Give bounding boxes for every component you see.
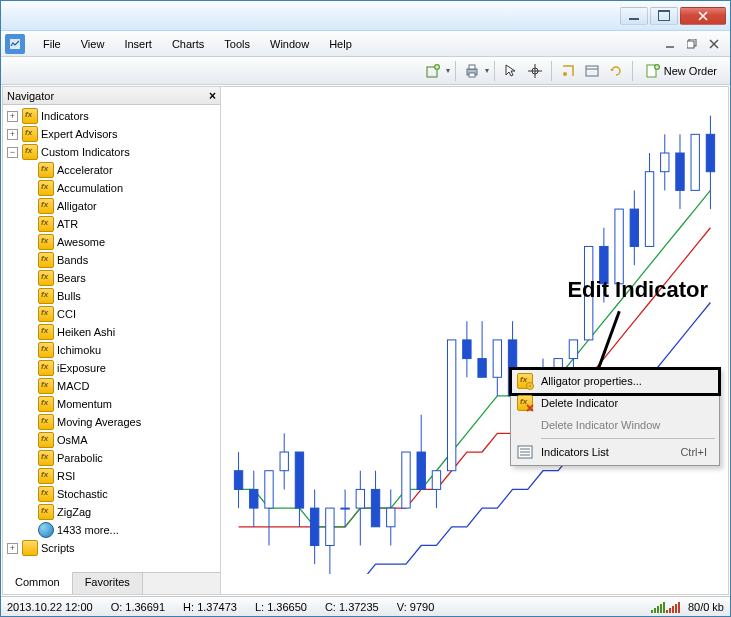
tree-item-accumulation[interactable]: Accumulation bbox=[3, 179, 220, 197]
tree-more-link[interactable]: 1433 more... bbox=[3, 521, 220, 539]
tree-node-icon bbox=[38, 198, 54, 214]
ctx-delete-indicator[interactable]: Delete Indicator bbox=[513, 392, 717, 414]
close-icon bbox=[698, 11, 708, 21]
dropdown-arrow-icon[interactable]: ▾ bbox=[485, 66, 489, 75]
navigator-tree[interactable]: +Indicators+Expert Advisors−Custom Indic… bbox=[3, 105, 220, 572]
tree-item-macd[interactable]: MACD bbox=[3, 377, 220, 395]
menu-view[interactable]: View bbox=[71, 34, 115, 54]
tree-node-label: CCI bbox=[57, 308, 76, 320]
status-low: L: 1.36650 bbox=[255, 601, 307, 613]
tree-expand-icon[interactable]: + bbox=[7, 111, 18, 122]
svg-rect-34 bbox=[356, 489, 364, 508]
mdi-restore-button[interactable] bbox=[684, 37, 700, 51]
ctx-properties[interactable]: Alligator properties... bbox=[513, 370, 717, 392]
ctx-indicators-list[interactable]: Indicators List Ctrl+I bbox=[513, 441, 717, 463]
tree-node-icon bbox=[38, 324, 54, 340]
tree-scripts[interactable]: +Scripts bbox=[3, 539, 220, 557]
tree-node-label: Bands bbox=[57, 254, 88, 266]
menu-charts[interactable]: Charts bbox=[162, 34, 214, 54]
svg-rect-28 bbox=[310, 508, 318, 545]
toolbar-object-button[interactable] bbox=[557, 60, 579, 82]
tree-node-icon bbox=[38, 378, 54, 394]
tree-item-heiken-ashi[interactable]: Heiken Ashi bbox=[3, 323, 220, 341]
svg-rect-24 bbox=[280, 452, 288, 471]
toolbar-cursor-button[interactable] bbox=[500, 60, 522, 82]
menu-window[interactable]: Window bbox=[260, 34, 319, 54]
mdi-close-button[interactable] bbox=[706, 37, 722, 51]
menu-file[interactable]: File bbox=[33, 34, 71, 54]
tree-node-icon bbox=[38, 522, 54, 538]
svg-rect-20 bbox=[250, 489, 258, 508]
window-maximize-button[interactable] bbox=[650, 7, 678, 25]
tree-item-atr[interactable]: ATR bbox=[3, 215, 220, 233]
svg-rect-72 bbox=[645, 172, 653, 247]
indicator-icon bbox=[517, 373, 533, 389]
svg-point-12 bbox=[563, 72, 567, 76]
toolbar-new-chart-button[interactable] bbox=[422, 60, 444, 82]
svg-rect-40 bbox=[402, 452, 410, 508]
tree-item-iexposure[interactable]: iExposure bbox=[3, 359, 220, 377]
tree-node-icon bbox=[38, 504, 54, 520]
tab-common[interactable]: Common bbox=[3, 572, 73, 594]
tree-item-accelerator[interactable]: Accelerator bbox=[3, 161, 220, 179]
tree-node-label: iExposure bbox=[57, 362, 106, 374]
tree-item-awesome[interactable]: Awesome bbox=[3, 233, 220, 251]
tree-item-ichimoku[interactable]: Ichimoku bbox=[3, 341, 220, 359]
status-high: H: 1.37473 bbox=[183, 601, 237, 613]
new-order-icon bbox=[645, 63, 661, 79]
tree-node-icon bbox=[38, 180, 54, 196]
toolbar-refresh-button[interactable] bbox=[605, 60, 627, 82]
tree-node-label: Custom Indicators bbox=[41, 146, 130, 158]
menu-tools[interactable]: Tools bbox=[214, 34, 260, 54]
window-close-button[interactable] bbox=[680, 7, 726, 25]
navigator-close-button[interactable]: × bbox=[209, 89, 216, 103]
tree-item-bears[interactable]: Bears bbox=[3, 269, 220, 287]
tree-item-cci[interactable]: CCI bbox=[3, 305, 220, 323]
tree-item-bands[interactable]: Bands bbox=[3, 251, 220, 269]
status-close: C: 1.37235 bbox=[325, 601, 379, 613]
tab-favorites[interactable]: Favorites bbox=[73, 573, 143, 594]
tree-item-bulls[interactable]: Bulls bbox=[3, 287, 220, 305]
ctx-list-label: Indicators List bbox=[541, 446, 609, 458]
tree-node-icon bbox=[22, 144, 38, 160]
tree-item-moving-averages[interactable]: Moving Averages bbox=[3, 413, 220, 431]
chart-canvas bbox=[221, 87, 728, 574]
svg-rect-0 bbox=[10, 39, 20, 49]
mdi-minimize-button[interactable] bbox=[662, 37, 678, 51]
tree-expand-icon[interactable]: − bbox=[7, 147, 18, 158]
toolbar-print-button[interactable] bbox=[461, 60, 483, 82]
status-volume: V: 9790 bbox=[397, 601, 435, 613]
menu-insert[interactable]: Insert bbox=[114, 34, 162, 54]
tree-item-stochastic[interactable]: Stochastic bbox=[3, 485, 220, 503]
tree-node-label: Parabolic bbox=[57, 452, 103, 464]
tree-node-label: Heiken Ashi bbox=[57, 326, 115, 338]
menu-help[interactable]: Help bbox=[319, 34, 362, 54]
chart-area[interactable]: Edit Indicator Alligator properties... D… bbox=[221, 87, 728, 594]
tree-custom-indicators[interactable]: −Custom Indicators bbox=[3, 143, 220, 161]
toolbar-window-button[interactable] bbox=[581, 60, 603, 82]
toolbar-crosshair-button[interactable] bbox=[524, 60, 546, 82]
tree-item-zigzag[interactable]: ZigZag bbox=[3, 503, 220, 521]
tree-expand-icon[interactable]: + bbox=[7, 543, 18, 554]
tree-node-icon bbox=[38, 450, 54, 466]
tree-node-label: Ichimoku bbox=[57, 344, 101, 356]
dropdown-arrow-icon[interactable]: ▾ bbox=[446, 66, 450, 75]
tree-node-icon bbox=[22, 540, 38, 556]
tree-item-parabolic[interactable]: Parabolic bbox=[3, 449, 220, 467]
tree-node-icon bbox=[38, 234, 54, 250]
new-order-button[interactable]: New Order bbox=[638, 60, 724, 82]
tree-item-momentum[interactable]: Momentum bbox=[3, 395, 220, 413]
tree-item-rsi[interactable]: RSI bbox=[3, 467, 220, 485]
window-minimize-button[interactable] bbox=[620, 7, 648, 25]
connection-indicator bbox=[651, 601, 680, 613]
tree-item-alligator[interactable]: Alligator bbox=[3, 197, 220, 215]
tree-expand-icon[interactable]: + bbox=[7, 129, 18, 140]
toolbar-separator bbox=[494, 61, 495, 81]
tree-item-osma[interactable]: OsMA bbox=[3, 431, 220, 449]
tree-expert-advisors[interactable]: +Expert Advisors bbox=[3, 125, 220, 143]
tree-node-icon bbox=[38, 216, 54, 232]
tree-node-icon bbox=[22, 108, 38, 124]
svg-rect-22 bbox=[265, 471, 273, 508]
tree-indicators[interactable]: +Indicators bbox=[3, 107, 220, 125]
toolbar-separator bbox=[551, 61, 552, 81]
